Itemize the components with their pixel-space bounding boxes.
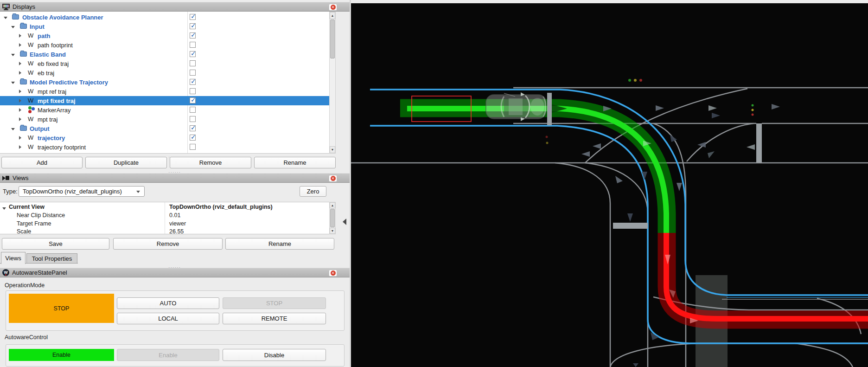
caret-icon[interactable]	[19, 117, 21, 121]
displays-tree-scrollbar[interactable]: ▲ ▼	[329, 12, 336, 154]
property-value[interactable]: 26.55	[169, 228, 184, 235]
checkbox[interactable]	[190, 79, 196, 85]
rename-view-button[interactable]: Rename	[225, 238, 334, 250]
views-close-button[interactable]: ✕	[329, 175, 337, 182]
tree-item-label: Elastic Band	[30, 51, 66, 58]
caret-icon[interactable]	[11, 54, 15, 56]
displays-close-button[interactable]: ✕	[329, 4, 337, 11]
scroll-down-icon[interactable]: ▼	[330, 146, 335, 153]
checkbox[interactable]	[190, 88, 196, 94]
add-button[interactable]: Add	[1, 157, 83, 168]
table-row: Current View TopDownOrtho (rviz_default_…	[0, 204, 335, 212]
caret-icon[interactable]	[11, 82, 15, 84]
local-button[interactable]: LOCAL	[117, 313, 219, 324]
tree-item-mpt-fixed-traj[interactable]: Wmpt fixed traj	[0, 96, 329, 105]
caret-icon[interactable]	[19, 145, 21, 149]
tree-item-input[interactable]: Input	[0, 22, 329, 31]
displays-tree[interactable]: Obstacle Avoidance PlannerInputWpathWpat…	[0, 12, 335, 154]
auto-button[interactable]: AUTO	[117, 297, 219, 309]
displays-panel-header[interactable]: Displays ✕	[0, 2, 350, 12]
tree-item-label: eb fixed traj	[38, 60, 69, 67]
remote-button[interactable]: REMOTE	[223, 313, 326, 324]
views-panel-header[interactable]: Views ✕	[0, 173, 350, 183]
tree-item-markerarray[interactable]: MarkerArray	[0, 105, 329, 115]
current-view-table[interactable]: Current View TopDownOrtho (rviz_default_…	[0, 202, 335, 234]
tree-item-path[interactable]: Wpath	[0, 31, 329, 40]
views-table-scrollbar[interactable]: ▲ ▼	[329, 202, 336, 234]
autoware-icon: W	[28, 60, 33, 67]
caret-icon[interactable]	[19, 108, 21, 112]
caret-icon[interactable]	[19, 43, 21, 47]
property-value[interactable]: 0.01	[169, 212, 180, 219]
folder-icon	[20, 126, 27, 131]
3d-viewport[interactable]	[351, 0, 868, 367]
scroll-up-icon[interactable]: ▲	[330, 12, 335, 19]
caret-icon[interactable]	[11, 26, 15, 28]
caret-icon[interactable]	[4, 17, 7, 19]
autoware-icon: W	[28, 116, 33, 122]
checkbox[interactable]	[190, 125, 196, 131]
checkbox[interactable]	[190, 70, 196, 76]
tree-item-obstacle-avoidance-planner[interactable]: Obstacle Avoidance Planner	[0, 13, 329, 22]
caret-icon[interactable]	[19, 136, 21, 140]
tree-item-trajectory-footprint[interactable]: Wtrajectory footprint	[0, 142, 329, 152]
tree-item-label: Output	[30, 125, 50, 132]
checkbox[interactable]	[190, 42, 196, 48]
tab-views[interactable]: Views	[1, 252, 26, 264]
caret-icon[interactable]	[11, 128, 15, 130]
tree-item-model-predictive-trajectory[interactable]: Model Predictive Trajectory	[0, 77, 329, 87]
zero-button[interactable]: Zero	[300, 186, 326, 197]
tree-item-label: trajectory	[38, 135, 65, 142]
save-view-button[interactable]: Save	[2, 238, 109, 250]
autoware-panel-header[interactable]: W AutowareStatePanel ✕	[0, 268, 350, 277]
scroll-down-icon[interactable]: ▼	[330, 228, 335, 234]
property-name[interactable]: Near Clip Distance	[17, 212, 65, 219]
checkbox[interactable]	[190, 14, 196, 20]
rename-display-button[interactable]: Rename	[254, 157, 336, 168]
property-name[interactable]: Scale	[17, 228, 31, 235]
tree-item-elastic-band[interactable]: Elastic Band	[0, 50, 329, 59]
caret-icon[interactable]	[19, 99, 21, 103]
property-value[interactable]: viewer	[169, 220, 186, 227]
collapse-panel-icon[interactable]	[343, 219, 346, 225]
tree-item-eb-fixed-traj[interactable]: Web fixed traj	[0, 59, 329, 68]
checkbox[interactable]	[190, 107, 196, 113]
checkbox[interactable]	[190, 135, 196, 141]
view-type-dropdown[interactable]: TopDownOrtho (rviz_default_plugins)	[19, 186, 145, 197]
scroll-up-icon[interactable]: ▲	[330, 202, 335, 208]
enable-button[interactable]: Enable	[117, 349, 219, 361]
tree-item-label: MarkerArray	[38, 107, 71, 114]
checkbox[interactable]	[190, 144, 196, 150]
tree-item-mpt-traj[interactable]: Wmpt traj	[0, 115, 329, 124]
checkbox[interactable]	[190, 97, 196, 103]
stop-button[interactable]: STOP	[223, 297, 326, 309]
checkbox[interactable]	[190, 32, 196, 39]
tree-item-trajectory[interactable]: Wtrajectory	[0, 133, 329, 142]
disable-button[interactable]: Disable	[223, 349, 326, 361]
property-value[interactable]: TopDownOrtho (rviz_default_plugins)	[169, 204, 273, 210]
checkbox[interactable]	[190, 60, 196, 66]
caret-icon[interactable]	[19, 34, 21, 38]
tree-item-mpt-ref-traj[interactable]: Wmpt ref traj	[0, 87, 329, 96]
caret-icon[interactable]	[19, 71, 21, 75]
duplicate-button[interactable]: Duplicate	[85, 157, 167, 168]
scrollbar-thumb[interactable]	[330, 209, 335, 227]
checkbox[interactable]	[190, 23, 196, 29]
remove-view-button[interactable]: Remove	[113, 238, 223, 250]
tree-item-output[interactable]: Output	[0, 124, 329, 133]
caret-icon[interactable]	[19, 62, 21, 65]
property-name[interactable]: Target Frame	[17, 220, 51, 227]
tree-item-eb-traj[interactable]: Web traj	[0, 68, 329, 77]
checkbox[interactable]	[190, 116, 196, 122]
autoware-close-button[interactable]: ✕	[329, 270, 337, 277]
property-name[interactable]: Current View	[9, 204, 45, 210]
caret-icon[interactable]	[2, 207, 6, 210]
scrollbar-thumb[interactable]	[330, 19, 335, 58]
remove-display-button[interactable]: Remove	[170, 157, 251, 168]
tab-tool-properties[interactable]: Tool Properties	[26, 253, 77, 264]
autoware-icon: W	[28, 88, 33, 95]
checkbox[interactable]	[190, 51, 196, 57]
folder-icon	[20, 24, 27, 29]
tree-item-path-footprint[interactable]: Wpath footprint	[0, 40, 329, 50]
caret-icon[interactable]	[19, 90, 21, 93]
